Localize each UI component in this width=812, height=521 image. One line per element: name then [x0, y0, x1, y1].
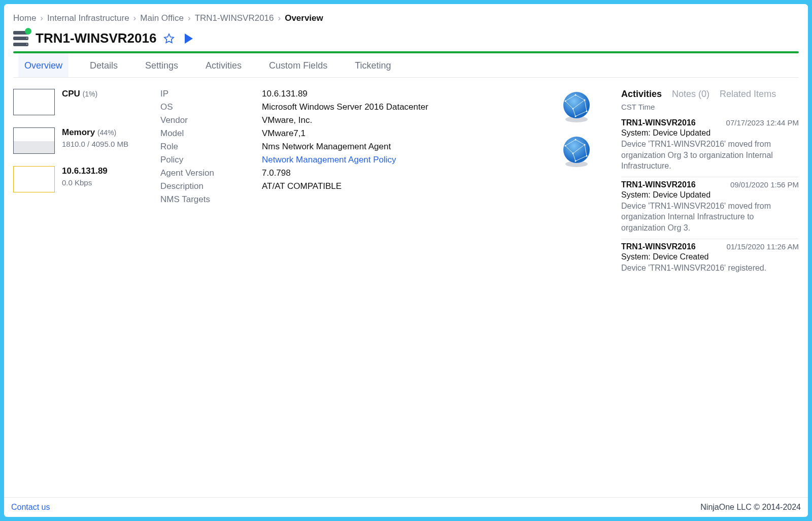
breadcrumb: Home › Internal Infrastructure › Main Of…: [13, 13, 799, 23]
svg-point-16: [575, 139, 577, 141]
activity-timestamp: 01/15/2020 11:26 AM: [726, 242, 799, 251]
metric-cpu-label: CPU: [62, 89, 80, 99]
favorite-star-icon[interactable]: [163, 33, 175, 44]
activity-description: Device 'TRN1-WINSVR2016' moved from orga…: [621, 201, 799, 234]
side-tab-related[interactable]: Related Items: [720, 89, 776, 100]
metric-memory-pct: (44%): [97, 128, 116, 137]
value-vendor: VMware, Inc.: [262, 115, 312, 125]
breadcrumb-location[interactable]: Main Office: [140, 13, 184, 23]
svg-point-8: [575, 94, 577, 96]
tab-settings[interactable]: Settings: [139, 53, 184, 77]
activities-panel: Activities Notes (0) Related Items CST T…: [621, 89, 799, 497]
svg-point-12: [572, 153, 574, 154]
breadcrumb-device[interactable]: TRN1-WINSVR2016: [195, 13, 274, 23]
value-agent: 7.0.798: [262, 168, 291, 178]
svg-point-15: [586, 155, 588, 157]
footer: Contact us NinjaOne LLC © 2014-2024: [4, 497, 808, 517]
metric-memory-label: Memory: [62, 127, 95, 137]
breadcrumb-current: Overview: [285, 13, 323, 23]
label-desc: Description: [160, 181, 262, 191]
value-desc: AT/AT COMPATIBLE: [262, 181, 342, 191]
svg-point-3: [565, 101, 566, 102]
server-icon: [13, 31, 28, 46]
value-policy-link[interactable]: Network Management Agent Policy: [262, 155, 396, 165]
metric-network[interactable]: 10.6.131.89 0.0 Kbps: [13, 166, 145, 192]
copyright-text: NinjaOne LLC © 2014-2024: [700, 503, 801, 512]
svg-point-6: [575, 116, 577, 117]
tab-details[interactable]: Details: [84, 53, 124, 77]
metric-network-sub: 0.0 Kbps: [62, 178, 145, 187]
activity-item[interactable]: TRN1-WINSVR2016 01/15/2020 11:26 AM Syst…: [621, 239, 799, 279]
svg-point-7: [586, 111, 588, 112]
label-model: Model: [160, 128, 262, 139]
tab-overview[interactable]: Overview: [18, 53, 69, 77]
svg-point-14: [575, 160, 577, 162]
chevron-right-icon: ›: [188, 13, 191, 23]
metric-memory[interactable]: Memory (44%) 1810.0 / 4095.0 MB: [13, 127, 145, 154]
breadcrumb-org[interactable]: Internal Infrastructure: [47, 13, 129, 23]
metric-cpu[interactable]: CPU (1%): [13, 89, 145, 115]
network-chart-icon: [13, 166, 55, 192]
svg-point-5: [584, 100, 586, 101]
metric-memory-sub: 1810.0 / 4095.0 MB: [62, 140, 145, 148]
activity-timestamp: 09/01/2020 1:56 PM: [730, 180, 799, 189]
network-globe-icon[interactable]: [560, 136, 593, 168]
chevron-right-icon: ›: [133, 13, 137, 23]
value-os: Microsoft Windows Server 2016 Datacenter: [262, 102, 428, 112]
breadcrumb-home[interactable]: Home: [13, 13, 36, 23]
value-role: Nms Network Management Agent: [262, 142, 391, 152]
activity-device-name: TRN1-WINSVR2016: [621, 242, 696, 251]
contact-us-link[interactable]: Contact us: [11, 503, 50, 512]
label-nms: NMS Targets: [160, 194, 262, 205]
activity-system-label: System: Device Updated: [621, 190, 799, 200]
svg-point-11: [565, 145, 566, 147]
label-role: Role: [160, 142, 262, 152]
metric-network-label: 10.6.131.89: [62, 166, 108, 176]
label-ip: IP: [160, 89, 262, 99]
metrics-column: CPU (1%) Memory (44%) 1810.0 / 4095.0 MB: [13, 89, 145, 497]
tabs: Overview Details Settings Activities Cus…: [13, 53, 799, 78]
activity-device-name: TRN1-WINSVR2016: [621, 180, 696, 189]
page-title-row: TRN1-WINSVR2016: [13, 30, 799, 46]
timezone-label: CST Time: [621, 103, 799, 111]
play-icon[interactable]: [185, 34, 193, 44]
tab-ticketing[interactable]: Ticketing: [349, 53, 397, 77]
memory-chart-icon: [13, 127, 55, 154]
label-vendor: Vendor: [160, 115, 262, 125]
value-ip: 10.6.131.89: [262, 89, 308, 99]
side-tab-activities[interactable]: Activities: [621, 89, 662, 100]
activity-system-label: System: Device Created: [621, 252, 799, 262]
chevron-right-icon: ›: [278, 13, 281, 23]
value-model: VMware7,1: [262, 128, 306, 139]
side-tab-notes[interactable]: Notes (0): [672, 89, 709, 100]
details-column: IP10.6.131.89 OSMicrosoft Windows Server…: [160, 89, 545, 497]
chevron-right-icon: ›: [40, 13, 43, 23]
metric-cpu-pct: (1%): [83, 90, 98, 98]
cpu-chart-icon: [13, 89, 55, 115]
activity-system-label: System: Device Updated: [621, 128, 799, 138]
svg-point-13: [584, 144, 586, 146]
network-globe-icon[interactable]: [560, 91, 593, 123]
status-online-icon: [25, 28, 31, 35]
svg-marker-0: [164, 34, 174, 42]
page-title: TRN1-WINSVR2016: [36, 30, 156, 46]
target-icons-column: [560, 89, 606, 497]
activity-device-name: TRN1-WINSVR2016: [621, 118, 696, 127]
activity-item[interactable]: TRN1-WINSVR2016 09/01/2020 1:56 PM Syste…: [621, 177, 799, 239]
activity-timestamp: 07/17/2023 12:44 PM: [726, 118, 799, 127]
tab-activities[interactable]: Activities: [199, 53, 248, 77]
label-policy: Policy: [160, 155, 262, 165]
activity-description: Device 'TRN1-WINSVR2016' registered.: [621, 263, 799, 274]
activity-description: Device 'TRN1-WINSVR2016' moved from orga…: [621, 139, 799, 172]
label-agent: Agent Version: [160, 168, 262, 178]
label-os: OS: [160, 102, 262, 112]
tab-custom-fields[interactable]: Custom Fields: [263, 53, 333, 77]
activity-item[interactable]: TRN1-WINSVR2016 07/17/2023 12:44 PM Syst…: [621, 115, 799, 177]
svg-point-4: [572, 108, 574, 110]
